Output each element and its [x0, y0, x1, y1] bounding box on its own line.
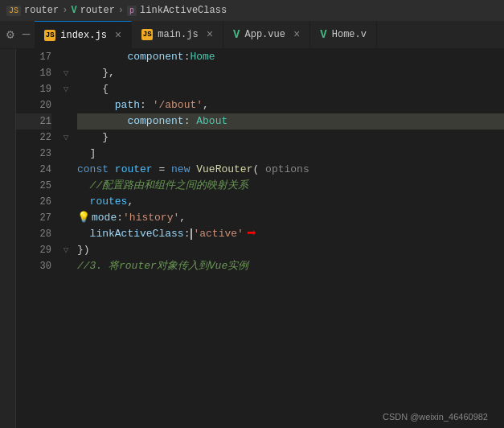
- line-num-23: 23: [16, 146, 51, 162]
- fold-25: [58, 178, 74, 194]
- code-28-prop: linkActiveClass: [90, 226, 184, 242]
- line-num-19: 19: [16, 81, 51, 97]
- code-20-val: '/about': [153, 97, 203, 113]
- code-20-comma: ,: [203, 97, 209, 113]
- fold-27: [58, 210, 74, 226]
- code-24-router: router: [115, 162, 153, 178]
- fold-23: [58, 146, 74, 162]
- code-23-content: ]: [90, 146, 96, 162]
- breadcrumb-part1: router: [24, 5, 59, 16]
- breadcrumb-sep2: ›: [118, 5, 124, 16]
- fold-18[interactable]: ▽: [58, 65, 74, 81]
- tab-close-index-js[interactable]: ×: [115, 29, 121, 42]
- collapse-icon[interactable]: —: [21, 27, 32, 42]
- fold-30: [58, 258, 74, 274]
- fold-21: [58, 113, 74, 130]
- tab-home-vue[interactable]: V Home.v: [310, 21, 377, 49]
- line-num-24: 24: [16, 162, 51, 178]
- tab-index-js[interactable]: JS index.js ×: [35, 21, 132, 49]
- code-24-eq: =: [153, 162, 171, 178]
- tab-close-main-js[interactable]: ×: [207, 28, 213, 41]
- fold-20: [58, 97, 74, 113]
- code-17-val: Home: [190, 49, 215, 65]
- code-line-25: //配置路由和组件之间的映射关系: [77, 178, 504, 194]
- line-num-17: 17: [16, 49, 51, 65]
- code-29-content: }): [77, 242, 90, 258]
- code-24-options: options: [265, 162, 309, 178]
- code-18-content: },: [102, 65, 115, 81]
- code-27-val: 'history': [123, 210, 179, 226]
- code-26-comma: ,: [127, 194, 133, 210]
- code-line-19: {: [77, 81, 504, 97]
- editor-wrapper: component : Home }, { path : '/about: [74, 49, 504, 428]
- code-25-indent: [77, 178, 90, 194]
- code-21-indent: [77, 113, 127, 130]
- code-20-indent: [77, 97, 115, 113]
- line-num-25: 25: [16, 178, 51, 194]
- code-27-colon: :: [117, 210, 123, 226]
- code-26-indent: [77, 194, 90, 210]
- code-19-content: {: [102, 81, 109, 97]
- code-25-comment: //配置路由和组件之间的映射关系: [90, 178, 249, 194]
- code-17-indent: [77, 49, 127, 65]
- code-17-prop: component: [127, 49, 183, 65]
- code-28-indent: [77, 226, 90, 242]
- line-num-27: 27: [16, 210, 51, 226]
- code-line-20: path : '/about' ,: [77, 97, 504, 113]
- code-24-paren: (: [252, 162, 265, 178]
- code-area: component : Home }, { path : '/about: [74, 49, 504, 428]
- line-num-26: 26: [16, 194, 51, 210]
- code-21-colon: :: [184, 113, 197, 130]
- code-line-17: component : Home: [77, 49, 504, 65]
- tab-js-icon-index: JS: [44, 30, 55, 41]
- breadcrumb-bar: JS router › V router › p linkActiveClass: [0, 0, 504, 21]
- code-line-23: ]: [77, 146, 504, 162]
- code-24-fn: VueRouter: [196, 162, 252, 178]
- tab-close-app-vue[interactable]: ×: [293, 28, 300, 41]
- tab-label-index-js: index.js: [60, 30, 107, 41]
- code-22-indent: [77, 130, 102, 146]
- editor-body: 17 18 19 20 21 22 23 24 25 26 27 28 29 3…: [0, 49, 504, 428]
- tab-label-main-js: main.js: [158, 29, 198, 40]
- line-numbers: 17 18 19 20 21 22 23 24 25 26 27 28 29 3…: [16, 49, 58, 428]
- code-19-indent: [77, 81, 102, 97]
- fold-19[interactable]: ▽: [58, 81, 74, 97]
- tab-vue-icon-home: V: [320, 28, 326, 41]
- tab-app-vue[interactable]: V App.vue ×: [223, 21, 310, 49]
- code-18-indent: [77, 65, 102, 81]
- tab-bar: ⚙ — JS index.js × JS main.js × V App.vue…: [0, 21, 504, 49]
- code-21-val: About: [196, 113, 227, 130]
- breadcrumb-part3: linkActiveClass: [140, 5, 227, 16]
- arrow-annotation: ➡: [247, 226, 256, 242]
- line-num-29: 29: [16, 242, 51, 258]
- code-line-27: 💡 mode : 'history' ,: [77, 210, 504, 226]
- code-28-colon: :: [184, 226, 191, 242]
- code-23-indent: [77, 146, 90, 162]
- code-27-comma: ,: [179, 210, 186, 226]
- code-line-26: routes ,: [77, 194, 504, 210]
- breadcrumb-part2: router: [80, 5, 115, 16]
- line-num-28: 28: [16, 226, 51, 242]
- code-line-28: linkActiveClass : 'active' ➡: [77, 226, 504, 242]
- code-24-sp2: [190, 162, 196, 178]
- fold-24: [58, 162, 74, 178]
- tab-main-js[interactable]: JS main.js ×: [132, 21, 223, 49]
- settings-icon[interactable]: ⚙: [5, 27, 16, 43]
- code-line-30: //3. 将router对象传入到Vue实例: [77, 258, 504, 274]
- code-20-prop: path: [115, 97, 140, 113]
- line-num-22: 22: [16, 130, 51, 146]
- code-24-new: new: [171, 162, 190, 178]
- code-17-colon: :: [184, 49, 191, 65]
- fold-29[interactable]: ▽: [58, 242, 74, 258]
- line-num-30: 30: [16, 258, 51, 274]
- code-21-prop: component: [127, 113, 183, 130]
- code-28-val: 'active': [193, 226, 243, 242]
- code-line-22: }: [77, 130, 504, 146]
- breadcrumb-vue-icon: V: [71, 5, 76, 16]
- breadcrumb-js-icon: JS: [6, 6, 21, 16]
- line-num-18: 18: [16, 65, 51, 81]
- tab-vue-icon-app: V: [233, 28, 240, 41]
- tab-label-app-vue: App.vue: [245, 29, 285, 40]
- fold-26: [58, 194, 74, 210]
- fold-22[interactable]: ▽: [58, 130, 74, 146]
